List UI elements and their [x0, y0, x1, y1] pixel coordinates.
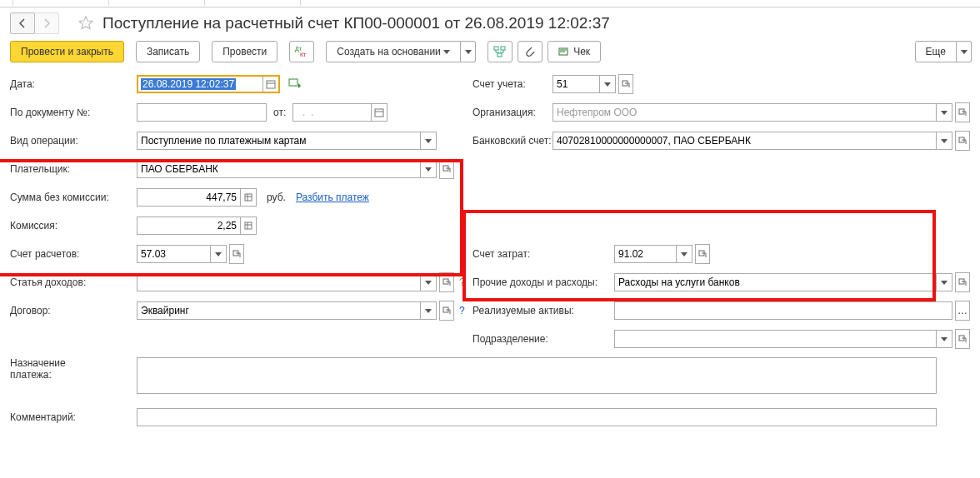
other-open-button[interactable]: [955, 272, 970, 292]
svg-rect-14: [245, 222, 252, 229]
dept-open-button[interactable]: [955, 329, 970, 349]
sum-label: Сумма без комиссии:: [10, 192, 137, 203]
split-payment-link[interactable]: Разбить платеж: [296, 192, 369, 203]
relations-button[interactable]: [488, 41, 512, 62]
sum-calc-button[interactable]: [240, 189, 256, 206]
optype-dropdown[interactable]: [420, 132, 436, 149]
settle-acc-open-button[interactable]: [229, 244, 244, 264]
assets-label: Реализуемые активы:: [472, 305, 614, 316]
purpose-textarea[interactable]: [137, 357, 937, 394]
date-picker-button[interactable]: [262, 77, 278, 92]
svg-rect-7: [289, 79, 298, 86]
favorite-star-icon[interactable]: [78, 15, 94, 32]
attach-button[interactable]: [518, 41, 542, 62]
income-help-icon[interactable]: ?: [459, 276, 465, 288]
account-input[interactable]: [552, 75, 616, 93]
other-dropdown[interactable]: [936, 274, 952, 291]
cost-acc-open-button[interactable]: [695, 244, 710, 264]
fee-input[interactable]: [137, 217, 257, 235]
from-date-input[interactable]: [292, 103, 388, 122]
sum-currency: руб.: [267, 192, 286, 203]
date-value[interactable]: 26.08.2019 12:02:37: [141, 78, 236, 90]
docnum-input[interactable]: [137, 103, 267, 122]
from-date-picker[interactable]: [371, 104, 387, 121]
payer-label: Плательщик:: [10, 163, 137, 175]
org-dropdown[interactable]: [936, 104, 952, 121]
settle-acc-dropdown[interactable]: [210, 246, 226, 262]
org-input[interactable]: [552, 103, 952, 122]
new-flag-icon: [288, 78, 302, 90]
date-input-wrap: 26.08.2019 12:02:37: [137, 75, 280, 93]
bank-open-button[interactable]: [955, 131, 970, 151]
payer-dropdown[interactable]: [420, 161, 436, 177]
cost-acc-label: Счет затрат:: [472, 248, 614, 260]
svg-rect-6: [267, 81, 275, 88]
dept-input[interactable]: [614, 330, 952, 348]
post-and-close-button[interactable]: Провести и закрыть: [10, 41, 124, 62]
fee-calc-button[interactable]: [240, 217, 256, 234]
comment-label: Комментарий:: [10, 411, 137, 423]
income-dropdown[interactable]: [420, 274, 436, 291]
save-button[interactable]: Записать: [136, 41, 200, 62]
income-open-button[interactable]: [439, 272, 454, 292]
fee-label: Комиссия:: [10, 220, 137, 232]
svg-rect-9: [375, 109, 383, 117]
income-label: Статья доходов:: [10, 276, 137, 288]
create-based-on-dropdown[interactable]: [461, 41, 476, 62]
cheque-button[interactable]: Чек: [548, 41, 601, 62]
contract-dropdown[interactable]: [420, 302, 436, 319]
nav-forward-button[interactable]: [34, 12, 59, 34]
other-input[interactable]: [614, 273, 952, 291]
contract-help-icon[interactable]: ?: [459, 305, 465, 316]
bank-input[interactable]: [552, 132, 952, 150]
svg-rect-3: [501, 47, 505, 50]
post-button[interactable]: Провести: [212, 41, 278, 62]
dept-label: Подразделение:: [472, 333, 614, 345]
contract-label: Договор:: [10, 305, 137, 316]
create-based-on-button[interactable]: Создать на основании: [326, 41, 461, 62]
dt-kt-button[interactable]: ДтКт: [289, 41, 314, 62]
page-title: Поступление на расчетный счет КП00-00000…: [102, 14, 610, 32]
income-input[interactable]: [137, 273, 437, 291]
svg-rect-2: [494, 47, 498, 50]
more-button[interactable]: Еще: [915, 41, 957, 62]
org-label: Организация:: [472, 107, 552, 118]
assets-more-button[interactable]: …: [955, 301, 970, 321]
svg-text:Кт: Кт: [300, 52, 307, 57]
nav-back-button[interactable]: [10, 12, 35, 34]
date-label: Дата:: [10, 78, 137, 90]
cost-acc-dropdown[interactable]: [676, 246, 692, 262]
contract-open-button[interactable]: [439, 301, 454, 321]
from-label: от:: [273, 107, 286, 118]
account-dropdown[interactable]: [599, 76, 615, 92]
assets-input[interactable]: [614, 301, 952, 320]
org-open-button[interactable]: [955, 102, 970, 122]
settle-acc-label: Счет расчетов:: [10, 248, 137, 260]
svg-rect-4: [498, 53, 502, 57]
svg-rect-13: [245, 194, 252, 201]
comment-input[interactable]: [137, 408, 937, 426]
settle-acc-input[interactable]: [137, 245, 227, 263]
optype-input[interactable]: [137, 132, 437, 150]
payer-input[interactable]: [137, 160, 437, 178]
payer-open-button[interactable]: [439, 159, 454, 179]
account-open-button[interactable]: [618, 74, 633, 94]
more-dropdown[interactable]: [957, 41, 972, 62]
optype-label: Вид операции:: [10, 135, 137, 147]
bank-label: Банковский счет:: [472, 135, 552, 147]
dept-dropdown[interactable]: [936, 331, 952, 347]
sum-input[interactable]: [137, 188, 257, 207]
account-label: Счет учета:: [472, 78, 552, 90]
other-label: Прочие доходы и расходы:: [472, 276, 614, 288]
docnum-label: По документу №:: [10, 107, 137, 118]
contract-input[interactable]: [137, 301, 437, 320]
bank-dropdown[interactable]: [936, 132, 952, 149]
purpose-label: Назначение платежа:: [10, 357, 137, 381]
cost-acc-input[interactable]: [614, 245, 692, 263]
